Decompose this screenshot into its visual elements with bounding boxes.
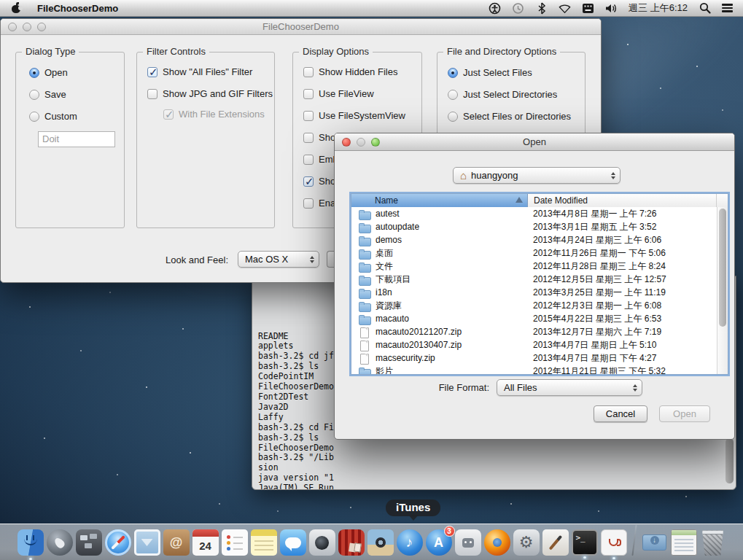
file-name: 影片 [376, 365, 533, 375]
open-dialog: Open ⌂ huangyong Name Date Modified aute… [334, 133, 735, 440]
file-format-dropdown[interactable]: All Files [497, 379, 642, 396]
file-name: autest [376, 209, 533, 219]
java-icon[interactable] [601, 529, 627, 556]
filechooserdemo-titlebar[interactable]: FileChooserDemo [1, 19, 601, 35]
automator-icon[interactable] [455, 529, 481, 556]
table-row[interactable]: macauto20121207.zip 2013年12月7日 星期六 上午 7:… [351, 325, 728, 338]
checkbox-show-hidden-files[interactable]: Show Hidden Files [303, 66, 397, 77]
notification-badge: 3 [444, 526, 455, 537]
file-date-modified: 2013年3月25日 星期一 上午 11:19 [533, 287, 666, 299]
firefox-icon[interactable] [484, 529, 510, 556]
radio-just-select-files[interactable]: Just Select Files [448, 67, 532, 78]
column-header-date-modified[interactable]: Date Modified [528, 194, 717, 207]
table-row[interactable]: 桌面 2012年11月26日 星期一 下午 5:06 [351, 246, 728, 260]
table-row[interactable]: macauto 2015年4月22日 星期三 上午 6:53 [351, 312, 728, 325]
finder-icon[interactable] [17, 529, 44, 556]
radio-icon [29, 68, 39, 78]
menu-clock[interactable]: 週三 上午6:12 [629, 1, 688, 15]
movies-folder-icon [359, 367, 370, 375]
contacts-icon[interactable]: @ [163, 529, 190, 556]
radio-icon [448, 90, 458, 100]
file-list-scrollbar[interactable] [717, 207, 728, 374]
messages-icon[interactable] [280, 529, 306, 556]
mission-control-icon[interactable] [76, 529, 102, 556]
wifi-icon[interactable] [559, 2, 571, 15]
checkbox-use-filesystemview[interactable]: Use FileSystemView [303, 110, 405, 121]
bluetooth-icon[interactable] [535, 2, 548, 15]
time-machine-icon[interactable] [512, 2, 524, 15]
radio-open[interactable]: Open [29, 67, 68, 78]
open-dialog-titlebar[interactable]: Open [335, 133, 734, 151]
spotlight-icon[interactable] [699, 2, 711, 15]
checkbox-with-file-extensions[interactable]: With File Extensions [163, 109, 265, 120]
file-date-modified: 2015年4月22日 星期三 上午 6:53 [533, 313, 661, 325]
checkbox-label: Show JPG and GIF Filters [163, 88, 273, 99]
checkbox-icon [303, 133, 314, 143]
location-dropdown[interactable]: ⌂ huangyong [453, 167, 621, 184]
open-button[interactable]: Open [659, 405, 710, 422]
table-row[interactable]: 文件 2012年11月28日 星期三 上午 8:24 [351, 260, 728, 273]
itunes-icon[interactable]: ♪ [397, 529, 423, 556]
terminal-scrollbar-thumb[interactable] [726, 438, 734, 483]
scrollbar-thumb[interactable] [719, 209, 726, 327]
checkbox-use-fileview[interactable]: Use FileView [303, 88, 374, 99]
checkbox-show-all-files-filter[interactable]: Show "All Files" Filter [147, 66, 252, 77]
checkbox-show-jpg-gif-filters[interactable]: Show JPG and GIF Filters [147, 88, 273, 99]
radio-label: Just Select Files [463, 67, 532, 78]
system-preferences-icon[interactable]: ⚙ [513, 529, 540, 556]
radio-custom[interactable]: Custom [29, 111, 77, 122]
trash-icon[interactable] [700, 529, 726, 556]
table-row[interactable]: i18n 2013年3月25日 星期一 上午 11:19 [351, 286, 728, 299]
table-row[interactable]: 影片 2012年11月21日 星期三 下午 5:32 [351, 365, 728, 374]
apple-menu-icon[interactable] [12, 3, 21, 13]
input-menu-icon[interactable] [582, 2, 594, 15]
safari-icon[interactable] [105, 529, 131, 556]
terminal-icon[interactable]: >_ [572, 529, 598, 556]
table-row[interactable]: 資源庫 2012年12月3日 星期一 上午 6:08 [351, 299, 728, 312]
dock: @ 24 [0, 524, 743, 560]
look-and-feel-dropdown[interactable]: Mac OS X [238, 251, 319, 268]
group-title: File and Directory Options [443, 46, 560, 57]
photo-booth-icon[interactable] [338, 529, 365, 556]
facetime-icon[interactable] [309, 529, 335, 556]
cancel-button[interactable]: Cancel [594, 405, 647, 422]
downloads-folder-icon[interactable] [642, 529, 668, 556]
table-row[interactable]: 下載項目 2012年12月5日 星期三 上午 12:57 [351, 273, 728, 286]
menu-bar: FileChooserDemo 週三 上午6:12 [0, 0, 743, 17]
table-row[interactable]: demos 2013年4月24日 星期三 上午 6:06 [351, 233, 728, 246]
radio-save[interactable]: Save [29, 89, 66, 100]
launchpad-icon[interactable] [47, 529, 73, 556]
mail-icon[interactable] [134, 529, 160, 556]
custom-dialog-field[interactable]: Doit [38, 131, 115, 147]
radio-icon [29, 90, 39, 100]
column-header-name[interactable]: Name [351, 194, 528, 207]
library-folder-icon [359, 301, 370, 311]
file-date-modified: 2012年12月5日 星期三 上午 12:57 [533, 273, 666, 286]
table-row[interactable]: autoupdate 2013年3月1日 星期五 上午 3:52 [351, 220, 728, 233]
zip-file-icon [359, 354, 370, 363]
iphoto-icon[interactable] [367, 529, 394, 556]
radio-label: Open [44, 67, 68, 78]
table-row[interactable]: macsecurity.zip 2013年4月7日 星期日 下午 4:27 [351, 351, 728, 365]
radio-select-files-or-directories[interactable]: Select Files or Directories [448, 111, 571, 122]
table-row[interactable]: autest 2013年4月8日 星期一 上午 7:26 [351, 207, 728, 220]
menu-app-name[interactable]: FileChooserDemo [37, 3, 118, 14]
accessibility-icon[interactable] [489, 2, 501, 15]
notification-center-icon[interactable] [722, 2, 733, 14]
dock-separator[interactable] [631, 525, 637, 556]
file-list-body: autest 2013年4月8日 星期一 上午 7:26 autoupdate … [351, 207, 728, 374]
checkbox-label: With File Extensions [179, 109, 265, 120]
calendar-icon[interactable]: 24 [192, 529, 219, 556]
reminders-icon[interactable] [222, 529, 248, 556]
file-name: macauto [376, 314, 533, 324]
file-name: 桌面 [376, 247, 533, 260]
table-row[interactable]: macauto20130407.zip 2013年4月7日 星期日 上午 5:1… [351, 338, 728, 351]
dock-tooltip: iTunes [386, 499, 440, 516]
radio-just-select-directories[interactable]: Just Select Directories [448, 89, 557, 100]
app-store-icon[interactable]: A 3 [426, 529, 452, 556]
volume-icon[interactable] [605, 2, 618, 15]
notes-icon[interactable] [251, 529, 277, 556]
applescript-editor-icon[interactable] [542, 529, 569, 556]
file-date-modified: 2013年4月7日 星期日 上午 5:10 [533, 339, 656, 351]
minimized-window-icon[interactable] [671, 529, 697, 556]
